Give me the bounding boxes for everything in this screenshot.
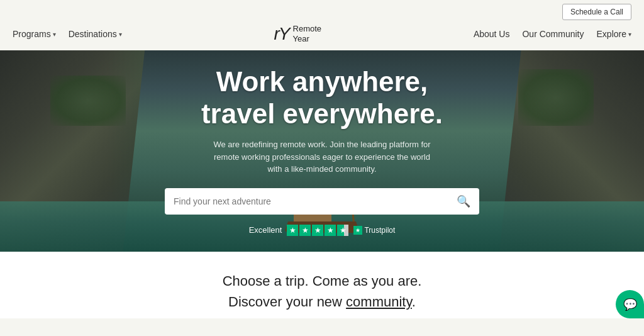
logo[interactable]: rY Remote Year bbox=[274, 24, 322, 44]
top-bar: Schedule a Call bbox=[0, 0, 644, 24]
star-3: ★ bbox=[312, 225, 323, 236]
below-hero-text: Choose a trip. Come as you are. Discover… bbox=[13, 271, 631, 312]
community-link[interactable]: community bbox=[346, 294, 412, 310]
nav-our-community[interactable]: Our Community bbox=[522, 29, 584, 39]
nav-destinations[interactable]: Destinations ▾ bbox=[69, 29, 122, 39]
chevron-down-icon: ▾ bbox=[119, 31, 122, 38]
navbar: Programs ▾ Destinations ▾ rY Remote Year… bbox=[0, 24, 644, 50]
chevron-down-icon: ▾ bbox=[53, 31, 56, 38]
chat-bubble-button[interactable] bbox=[616, 290, 644, 318]
nav-explore[interactable]: Explore ▾ bbox=[597, 29, 631, 39]
search-bar: 🔍 bbox=[165, 188, 479, 215]
nav-right: About Us Our Community Explore ▾ bbox=[474, 29, 631, 39]
trustpilot-logo: ★ Trustpilot bbox=[353, 226, 395, 235]
hero-section: Work anywhere, travel everywhere. We are… bbox=[0, 50, 644, 252]
logo-text: Remote Year bbox=[293, 24, 322, 43]
below-hero: Choose a trip. Come as you are. Discover… bbox=[0, 252, 644, 318]
nav-left: Programs ▾ Destinations ▾ bbox=[13, 29, 122, 39]
nav-destinations-label: Destinations bbox=[69, 29, 117, 39]
star-5: ★ bbox=[337, 225, 348, 236]
trustpilot-stars: ★ ★ ★ ★ ★ bbox=[287, 225, 348, 236]
search-input[interactable] bbox=[174, 196, 450, 206]
hero-subtitle: We are redefining remote work. Join the … bbox=[206, 138, 438, 176]
schedule-call-button[interactable]: Schedule a Call bbox=[562, 4, 631, 20]
star-4: ★ bbox=[325, 225, 336, 236]
star-2: ★ bbox=[299, 225, 311, 236]
nav-about-us[interactable]: About Us bbox=[474, 29, 510, 39]
chevron-down-icon: ▾ bbox=[628, 31, 631, 38]
nav-explore-label: Explore bbox=[597, 29, 626, 39]
trustpilot-brand: Trustpilot bbox=[364, 226, 395, 235]
star-1: ★ bbox=[287, 225, 298, 236]
hero-title: Work anywhere, travel everywhere. bbox=[201, 66, 443, 130]
trustpilot-row: Excellent ★ ★ ★ ★ ★ ★ Trustpilot bbox=[249, 225, 396, 236]
tp-star-icon: ★ bbox=[353, 226, 362, 235]
nav-programs-label: Programs bbox=[13, 29, 51, 39]
nav-about-us-label: About Us bbox=[474, 29, 510, 39]
logo-icon: rY bbox=[274, 24, 289, 44]
hero-content: Work anywhere, travel everywhere. We are… bbox=[0, 50, 644, 252]
trustpilot-excellent: Excellent bbox=[249, 225, 282, 235]
search-icon: 🔍 bbox=[457, 195, 470, 208]
search-button[interactable]: 🔍 bbox=[457, 194, 470, 208]
nav-our-community-label: Our Community bbox=[522, 29, 584, 39]
nav-programs[interactable]: Programs ▾ bbox=[13, 29, 56, 39]
